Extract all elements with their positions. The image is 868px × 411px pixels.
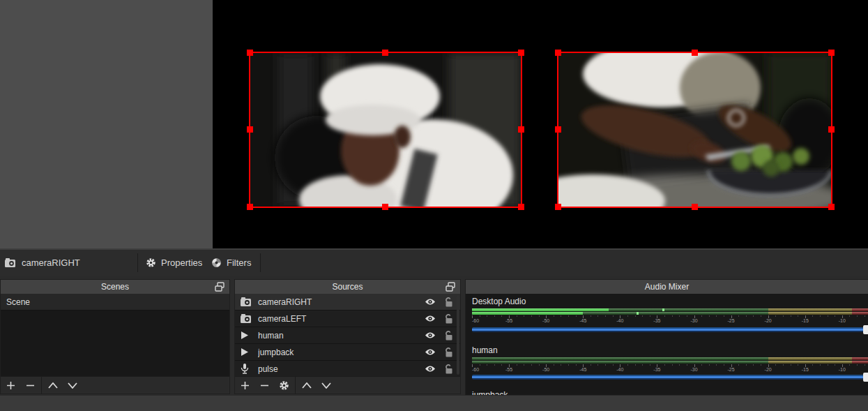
resize-handle[interactable] [828, 126, 835, 133]
remove-scene-button[interactable] [20, 377, 40, 394]
sources-title: Sources [332, 282, 363, 292]
scenes-panel-header: Scenes [1, 280, 229, 294]
properties-label: Properties [161, 257, 202, 268]
resize-handle[interactable] [518, 204, 524, 210]
scenes-toolbar [1, 376, 229, 394]
scenes-list: Scene [1, 294, 229, 376]
remove-source-button[interactable] [254, 377, 274, 394]
resize-handle[interactable] [555, 126, 561, 133]
separator [295, 377, 296, 394]
slider-handle[interactable] [863, 373, 868, 382]
scenes-title: Scenes [101, 282, 129, 292]
window-bottom-strip [0, 395, 868, 411]
scenes-panel: Scenes Scene [0, 279, 230, 394]
sources-toolbar [235, 376, 460, 394]
camera-icon [241, 313, 252, 324]
separator [260, 253, 261, 272]
resize-handle[interactable] [382, 50, 388, 56]
resize-handle[interactable] [828, 50, 835, 56]
context-selected-source: cameraRIGHT [5, 250, 80, 276]
resize-handle[interactable] [518, 126, 524, 133]
video-thumbnail-chef [250, 53, 521, 207]
mixer-name-human: human [472, 345, 498, 355]
mixer-name-desktop-audio: Desktop Audio [472, 297, 526, 306]
filters-icon [211, 257, 222, 268]
resize-handle[interactable] [828, 204, 835, 210]
unlock-icon[interactable] [442, 331, 455, 341]
audio-mixer-title: Audio Mixer [645, 282, 689, 292]
volume-meter: -60-55-50-45-40-35-30-25-20-15-10 [472, 308, 868, 324]
resize-handle[interactable] [692, 204, 698, 210]
source-row[interactable]: human [235, 327, 460, 344]
resize-handle[interactable] [247, 204, 253, 210]
move-source-up-button[interactable] [297, 377, 317, 394]
visibility-eye-icon[interactable] [424, 365, 436, 373]
video-thumbnail-cooking [558, 53, 831, 207]
scene-item-cameraRIGHT[interactable] [557, 52, 832, 208]
visibility-eye-icon[interactable] [424, 348, 436, 356]
camera-icon [5, 258, 17, 267]
resize-handle[interactable] [518, 50, 524, 56]
sources-panel: Sources cameraRIGHTcameraLEFThumanjumpba… [234, 279, 461, 394]
source-row[interactable]: cameraLEFT [235, 311, 460, 327]
slider-handle[interactable] [863, 325, 868, 334]
filters-label: Filters [227, 257, 251, 268]
move-source-down-button[interactable] [317, 377, 336, 394]
resize-handle[interactable] [247, 50, 253, 56]
audio-mixer-panel: Audio Mixer Desktop Audio -60-55-50-45-4… [465, 279, 868, 396]
obs-main-window: cameraRIGHT Properties Filters Scenes [0, 0, 868, 411]
resize-handle[interactable] [555, 204, 561, 210]
gear-icon [146, 257, 156, 268]
preview-area [0, 0, 868, 248]
source-properties-button[interactable] [274, 377, 294, 394]
visibility-eye-icon[interactable] [424, 331, 436, 339]
sources-panel-header: Sources [235, 280, 460, 294]
move-scene-up-button[interactable] [43, 377, 63, 394]
unlock-icon[interactable] [442, 314, 455, 324]
source-row[interactable]: jumpback [235, 344, 460, 361]
audio-mixer-body: Desktop Audio -60-55-50-45-40-35-30-25-2… [466, 294, 868, 395]
sources-list: cameraRIGHTcameraLEFThumanjumpbackpulse [235, 294, 460, 376]
program-canvas[interactable] [213, 0, 868, 248]
mic-icon [241, 364, 252, 375]
source-row[interactable]: cameraRIGHT [235, 294, 460, 311]
resize-handle[interactable] [247, 126, 253, 133]
sources-scrollbar[interactable] [457, 295, 459, 375]
source-context-toolbar: cameraRIGHT Properties Filters [0, 248, 868, 276]
add-source-button[interactable] [235, 377, 254, 394]
volume-slider[interactable] [472, 375, 868, 380]
popout-icon[interactable] [215, 282, 224, 292]
scene-row[interactable]: Scene [1, 294, 229, 311]
source-row[interactable]: pulse [235, 361, 460, 376]
camera-icon [241, 297, 252, 308]
properties-button[interactable]: Properties [146, 250, 202, 276]
audio-mixer-header: Audio Mixer [466, 280, 868, 294]
volume-slider[interactable] [472, 327, 868, 332]
resize-handle[interactable] [555, 50, 561, 56]
separator [137, 253, 138, 272]
scene-item-cameraLEFT[interactable] [249, 52, 522, 208]
popout-icon[interactable] [446, 282, 455, 292]
visibility-eye-icon[interactable] [424, 315, 436, 322]
unlock-icon[interactable] [442, 297, 455, 307]
resize-handle[interactable] [692, 50, 698, 56]
resize-handle[interactable] [382, 204, 388, 210]
visibility-eye-icon[interactable] [424, 298, 436, 306]
mixer-name-jumpback: jumpback [472, 390, 508, 395]
media-icon [241, 347, 252, 358]
unlock-icon[interactable] [442, 364, 455, 374]
media-icon [241, 330, 252, 341]
add-scene-button[interactable] [1, 377, 20, 394]
context-source-label: cameraRIGHT [22, 257, 80, 268]
volume-meter: -60-55-50-45-40-35-30-25-20-15-10 [472, 357, 868, 373]
unlock-icon[interactable] [442, 348, 455, 357]
separator [41, 377, 42, 394]
filters-button[interactable]: Filters [211, 250, 251, 276]
move-scene-down-button[interactable] [63, 377, 82, 394]
